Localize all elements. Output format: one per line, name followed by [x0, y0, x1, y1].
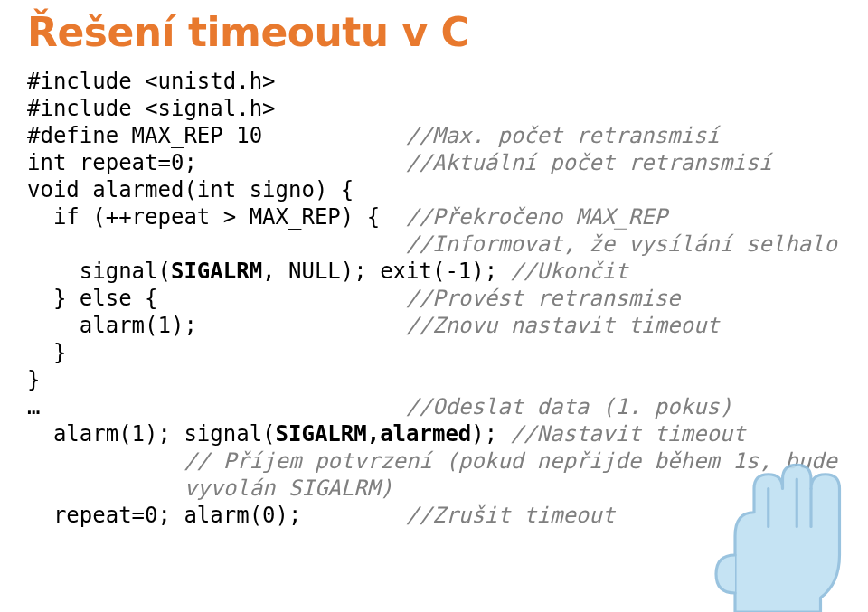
- slide-title: Řešení timeoutu v C: [27, 9, 841, 55]
- code-line: …: [27, 394, 406, 419]
- code-line: alarm(1);: [27, 313, 406, 338]
- code-line: alarm(1); signal(: [27, 421, 276, 447]
- code-line: } else {: [27, 286, 406, 311]
- code-keyword: SIGALRM,alarmed: [276, 421, 472, 447]
- code-comment: //Překročeno MAX_REP: [406, 204, 667, 230]
- code-line: }: [27, 340, 66, 365]
- code-line: #include <signal.h>: [27, 96, 276, 121]
- code-line: repeat=0; alarm(0);: [27, 503, 406, 528]
- code-line: signal(: [27, 259, 171, 284]
- code-keyword: SIGALRM: [171, 259, 262, 284]
- slide: Řešení timeoutu v C #include <unistd.h> …: [0, 0, 868, 612]
- code-comment: //Ukončit: [511, 259, 628, 284]
- code-line: );: [471, 421, 510, 447]
- code-line: void alarmed(int signo) {: [27, 177, 354, 202]
- code-comment: //Max. počet retransmisí: [406, 123, 720, 148]
- code-line: }: [27, 367, 40, 392]
- code-line: #include <unistd.h>: [27, 69, 276, 94]
- code-comment: //Aktuální počet retransmisí: [406, 150, 772, 175]
- code-line: #define MAX_REP 10: [27, 123, 406, 148]
- code-comment: //Provést retransmise: [406, 286, 680, 311]
- hand-decoration-icon: [678, 422, 868, 612]
- code-comment: //Odeslat data (1. pokus): [406, 394, 732, 419]
- code-comment: //Zrušit timeout: [406, 503, 615, 528]
- code-line: if (++repeat > MAX_REP) {: [27, 204, 406, 230]
- code-line: , NULL); exit(-1);: [262, 259, 511, 284]
- code-line: int repeat=0;: [27, 150, 406, 175]
- code-comment: //Informovat, že vysílání selhalo: [27, 231, 837, 257]
- code-comment: //Znovu nastavit timeout: [406, 313, 720, 338]
